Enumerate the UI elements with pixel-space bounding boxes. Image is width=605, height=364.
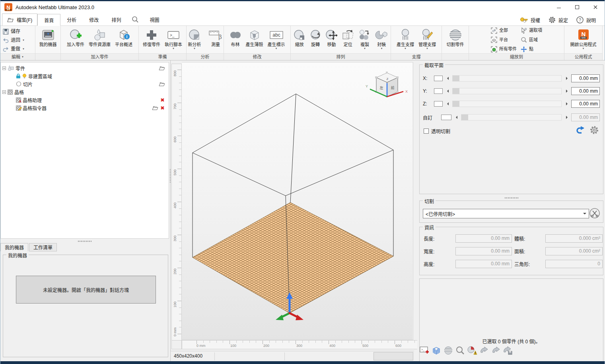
tab-arrange[interactable]: 排列 — [105, 14, 127, 25]
open-folder-icon[interactable] — [152, 105, 159, 111]
script-console-button[interactable]: >_ — [419, 345, 430, 356]
tree-item-no-build-zone[interactable]: 非建置區域 — [2, 72, 168, 80]
platform-overview-button[interactable]: i 平台概述 — [113, 27, 134, 53]
clip-z-value-input[interactable] — [571, 100, 600, 108]
titlebar[interactable]: NNFB Autodesk Netfabb Ultimate 2023.0 — [0, 1, 605, 13]
clip-x-slider[interactable] — [452, 75, 562, 82]
delete-icon[interactable]: ✖ — [160, 97, 165, 103]
help-button[interactable]: ? 說明 — [573, 14, 599, 25]
viewport-3d-scene[interactable]: 左 前 Z Y X — [182, 62, 413, 340]
clip-x-value-input[interactable] — [571, 74, 600, 82]
parts-tree[interactable]: 零件 非建置區域 切片 晶格 — [0, 62, 169, 239]
part-library-button[interactable]: 零件資源庫 — [87, 27, 113, 53]
position-button[interactable]: 定位 — [340, 27, 356, 53]
package-in-button[interactable] — [491, 345, 501, 356]
lattice-view-button[interactable] — [431, 345, 442, 356]
cut-tool-button[interactable] — [589, 207, 601, 220]
measure-button[interactable]: β 測量 — [205, 27, 226, 53]
zoom-all-parts-button[interactable]: 所有零件 — [491, 46, 517, 53]
clip-z-left-arrow[interactable] — [445, 101, 450, 107]
file-menu-button[interactable]: 檔案(F) — [2, 14, 37, 25]
clip-x-left-arrow[interactable] — [445, 75, 450, 82]
minimize-button[interactable] — [550, 1, 568, 13]
clip-z-right-arrow[interactable] — [564, 101, 569, 107]
no-machine-button[interactable]: 未設定機器。開啟「我的機器」對話方塊 — [16, 276, 156, 304]
rotate-button[interactable]: 旋轉 — [307, 27, 323, 53]
edit-group-label[interactable]: 編輯▼ — [0, 53, 35, 60]
clip-custom-right-arrow[interactable] — [564, 114, 569, 121]
clip-y-value-input[interactable] — [571, 87, 600, 95]
new-analysis-button[interactable]: 新分析 ▼ — [184, 27, 205, 53]
collapse-icon[interactable] — [2, 90, 6, 94]
add-part-button[interactable]: 加入零件 — [65, 27, 86, 53]
open-folder-icon[interactable] — [159, 66, 165, 71]
redo-button[interactable]: 重做 ▼ — [3, 45, 33, 53]
package-out-button[interactable] — [479, 345, 489, 356]
clip-x-right-arrow[interactable] — [564, 75, 569, 82]
analysis-warning-button[interactable] — [467, 345, 477, 356]
cut-part-button[interactable]: 切割零件 — [445, 27, 466, 53]
package-save-button[interactable] — [503, 345, 513, 356]
pack-button[interactable]: 封裝 ▼ — [374, 27, 390, 53]
clip-x-enable-box[interactable] — [434, 76, 443, 81]
license-button[interactable]: 授權 — [516, 14, 543, 25]
clip-z-slider[interactable] — [452, 101, 562, 107]
zoom-region-button[interactable]: 區域 — [521, 37, 542, 43]
open-folder-icon[interactable] — [159, 82, 165, 87]
zoom-mode-button[interactable] — [455, 345, 465, 356]
tree-item-lattice-commander[interactable]: 晶格指令器 ✖ — [2, 104, 168, 112]
tree-item-parts[interactable]: 零件 — [2, 64, 168, 72]
clip-y-slider[interactable] — [452, 88, 562, 94]
tree-item-lattice-assistant[interactable]: A 晶格助理 ✖ — [2, 96, 168, 104]
my-machine-button[interactable]: 我的機器 — [37, 27, 59, 53]
delete-icon[interactable]: ✖ — [160, 105, 165, 111]
panel-splitter[interactable] — [505, 197, 518, 199]
zoom-selection-button[interactable]: 選取項 — [521, 27, 542, 34]
search-button[interactable] — [127, 14, 143, 25]
clipping-settings-gear-icon[interactable] — [589, 125, 599, 135]
repair-part-button[interactable]: 修復零件 — [141, 27, 162, 53]
reset-clipping-icon[interactable] — [576, 126, 586, 134]
save-button[interactable]: 儲存 — [3, 28, 33, 35]
zoom-platform-button[interactable]: 平台 — [491, 37, 517, 43]
tab-view[interactable]: 視圖 — [143, 14, 165, 25]
zoom-point-button[interactable]: 點 — [521, 46, 542, 53]
duplicate-button[interactable]: 複製 ▼ — [356, 27, 373, 53]
tab-modify[interactable]: 修改 — [83, 14, 105, 25]
lock-icon[interactable] — [16, 74, 21, 79]
collapse-icon[interactable] — [2, 66, 6, 70]
scale-button[interactable]: 縮放 — [292, 27, 307, 53]
clip-y-left-arrow[interactable] — [445, 88, 450, 94]
generate-support-button[interactable]: 產生支撐 ▼ — [395, 27, 416, 53]
tab-job-list[interactable]: 工作清單 — [29, 243, 57, 251]
undo-button[interactable]: 退回 ▼ — [3, 37, 33, 44]
manage-support-button[interactable]: 管理支撐 ▼ — [416, 27, 438, 53]
clip-y-enable-box[interactable] — [434, 88, 443, 94]
boolean-button[interactable]: 布林 — [228, 27, 243, 53]
run-script-button[interactable]: >_ 執行腳本 ▼ — [163, 27, 184, 53]
visibility-bulb-icon[interactable] — [22, 74, 27, 79]
tree-item-slices[interactable]: 切片 — [2, 80, 168, 88]
zoom-all-button[interactable]: 全部 — [491, 27, 517, 34]
tab-my-machine[interactable]: 我的機器 — [0, 243, 28, 251]
generate-shell-button[interactable]: 產生薄殼 — [244, 27, 265, 53]
move-button[interactable]: 移動 — [324, 27, 339, 53]
clip-custom-slider[interactable] — [461, 114, 562, 121]
transparent-cut-checkbox[interactable] — [424, 128, 429, 134]
clip-custom-left-arrow[interactable] — [454, 114, 459, 121]
maximize-button[interactable] — [568, 1, 586, 13]
clip-z-enable-box[interactable] — [434, 101, 443, 107]
tab-home[interactable]: 首頁 — [37, 14, 60, 26]
tab-analysis[interactable]: 分析 — [60, 14, 83, 25]
settings-button[interactable]: 設定 — [545, 14, 571, 25]
generate-label-button[interactable]: abc 產生標示 ▼ — [266, 27, 287, 53]
slice-view-button[interactable] — [443, 345, 453, 356]
transparent-cut-row[interactable]: 透明切割 — [424, 128, 450, 134]
horizontal-splitter[interactable] — [0, 239, 169, 243]
clip-y-right-arrow[interactable] — [564, 88, 569, 94]
clip-custom-enable-box[interactable] — [441, 115, 451, 120]
open-utility-button[interactable]: NNFB 開啟公用程式 ▼ — [568, 27, 599, 53]
tree-item-lattice[interactable]: 晶格 — [2, 88, 168, 96]
close-button[interactable] — [586, 1, 605, 13]
cuts-dropdown[interactable]: <已停用切割> — [423, 209, 589, 218]
